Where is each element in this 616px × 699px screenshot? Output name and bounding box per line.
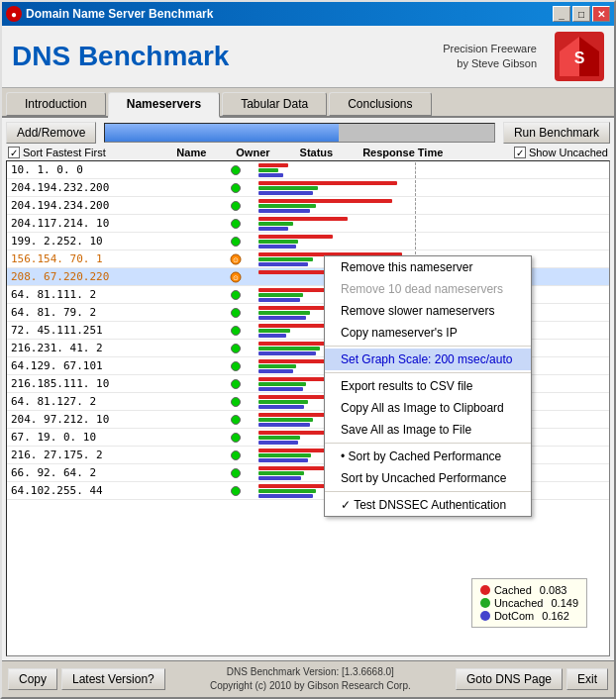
cell-bars (257, 198, 609, 214)
svg-text:⊙: ⊙ (233, 274, 239, 281)
goto-dns-button[interactable]: Goto DNS Page (456, 668, 563, 690)
cell-ip: 64.129. 67.101 (7, 359, 116, 372)
subtitle-area: Precision Freeware by Steve Gibson (443, 42, 537, 72)
bar-red (258, 163, 288, 167)
ctx-copy-ip[interactable]: Copy nameserver's IP (325, 322, 531, 344)
ctx-remove-slower[interactable]: Remove slower nameservers (325, 300, 531, 322)
show-uncached-checkbox[interactable]: ✓ (514, 147, 526, 158)
bar-blue-row (258, 245, 607, 249)
cell-ip: 204.117.214. 10 (7, 217, 116, 230)
legend-box: Cached 0.083 Uncached 0.149 DotCom 0.162 (471, 578, 587, 628)
cell-status (215, 308, 257, 318)
minimize-button[interactable]: _ (553, 6, 570, 22)
ctx-save-image[interactable]: Save All as Image to File (325, 419, 531, 441)
table-row[interactable]: 204.117.214. 10 (7, 215, 609, 233)
bar-green (258, 489, 316, 493)
cell-ip: 66. 92. 64. 2 (7, 466, 116, 479)
tab-tabular-data[interactable]: Tabular Data (222, 92, 327, 116)
header-right: Precision Freeware by Steve Gibson S (443, 32, 604, 81)
legend-uncached-dot (480, 598, 490, 608)
table-row[interactable]: 204.194.234.200 (7, 197, 609, 215)
bar-blue-row (258, 191, 607, 195)
cell-status (215, 201, 257, 211)
title-bar-left: ● Domain Name Server Benchmark (6, 6, 213, 22)
col-response-time: Response Time (362, 147, 443, 158)
bar-blue (258, 494, 313, 498)
app-title: DNS Benchmark (12, 41, 229, 71)
svg-text:S: S (574, 50, 585, 66)
main-window: ● Domain Name Server Benchmark _ □ ✕ DNS… (0, 0, 616, 699)
sort-show-row: ✓ Sort Fastest First Name Owner Status R… (6, 147, 610, 158)
cell-ip: 216.231. 41. 2 (7, 342, 116, 354)
legend-cached-label: Cached (494, 584, 532, 596)
tab-nameservers[interactable]: Nameservers (108, 92, 220, 118)
cell-status (215, 361, 257, 371)
latest-version-button[interactable]: Latest Version? (61, 668, 165, 690)
table-row[interactable]: 10. 1. 0. 0 (7, 161, 609, 179)
add-remove-button[interactable]: Add/Remove (6, 122, 96, 144)
cell-status (215, 290, 257, 300)
bar-red (258, 217, 348, 221)
bar-blue (258, 476, 301, 480)
legend-dotcom: DotCom 0.162 (480, 610, 578, 622)
ctx-set-scale[interactable]: Set Graph Scale: 200 msec/auto (325, 349, 531, 370)
cell-status (215, 450, 257, 460)
bar-blue (258, 441, 298, 445)
tab-introduction[interactable]: Introduction (6, 92, 106, 116)
cell-status (215, 486, 257, 496)
cell-ip: 67. 19. 0. 10 (7, 431, 116, 444)
bar-red-row (258, 163, 607, 167)
cell-status (215, 237, 257, 247)
bottom-left-buttons: Copy Latest Version? (8, 668, 165, 690)
ctx-remove-nameserver[interactable]: Remove this nameserver (325, 256, 531, 278)
cell-bars (257, 180, 609, 196)
table-row[interactable]: 199. 2.252. 10 (7, 233, 609, 250)
ctx-test-dnssec[interactable]: Test DNSSEC Authentication (325, 494, 531, 516)
bar-green (258, 329, 290, 333)
bar-blue (258, 405, 304, 409)
copy-button[interactable]: Copy (8, 668, 57, 690)
tabs-row: Introduction Nameservers Tabular Data Co… (2, 88, 614, 118)
cell-status (215, 397, 257, 407)
tab-conclusions[interactable]: Conclusions (329, 92, 431, 116)
exit-button[interactable]: Exit (566, 668, 608, 690)
app-logo: S (555, 32, 604, 81)
cell-status (215, 219, 257, 229)
cell-status (215, 468, 257, 478)
ctx-export-csv[interactable]: Export results to CSV file (325, 375, 531, 397)
bar-green-row (258, 222, 607, 226)
cell-status (215, 433, 257, 443)
close-button[interactable]: ✕ (592, 6, 610, 22)
bar-green (258, 204, 316, 208)
cell-status (215, 379, 257, 389)
cell-status: ⊙ (215, 253, 257, 265)
run-benchmark-button[interactable]: Run Benchmark (503, 122, 610, 144)
bottom-bar: Copy Latest Version? DNS Benchmark Versi… (2, 660, 614, 697)
sort-fastest-checkbox[interactable]: ✓ (8, 147, 20, 158)
content-area: Add/Remove Run Benchmark ✓ Sort Fastest … (2, 118, 614, 660)
bar-green (258, 436, 300, 440)
bar-red-row (258, 217, 607, 221)
ctx-sep-3 (325, 443, 531, 444)
bar-red (258, 181, 397, 185)
show-uncached-label[interactable]: ✓ Show Uncached (514, 147, 608, 158)
sort-fastest-label[interactable]: ✓ Sort Fastest First (8, 147, 106, 158)
table-row[interactable]: 204.194.232.200 (7, 179, 609, 197)
header-area: DNS Benchmark Precision Freeware by Stev… (2, 26, 614, 88)
maximize-button[interactable]: □ (572, 6, 590, 22)
bar-blue (258, 209, 310, 213)
cell-status (215, 165, 257, 175)
dns-title-text: DNS Benchmark (12, 41, 229, 72)
toolbar-row: Add/Remove Run Benchmark (6, 122, 610, 144)
ctx-copy-image[interactable]: Copy All as Image to Clipboard (325, 397, 531, 419)
bar-green (258, 168, 278, 172)
ctx-sort-cached[interactable]: Sort by Cached Performance (325, 446, 531, 467)
svg-text:⊙: ⊙ (233, 256, 239, 263)
cell-status (215, 326, 257, 336)
dashed-line (415, 162, 416, 178)
cell-ip: 204. 97.212. 10 (7, 413, 116, 426)
cell-bars (257, 234, 609, 250)
bar-blue-row (258, 209, 607, 213)
bar-green (258, 453, 311, 457)
ctx-sort-uncached[interactable]: Sort by Uncached Performance (325, 467, 531, 489)
